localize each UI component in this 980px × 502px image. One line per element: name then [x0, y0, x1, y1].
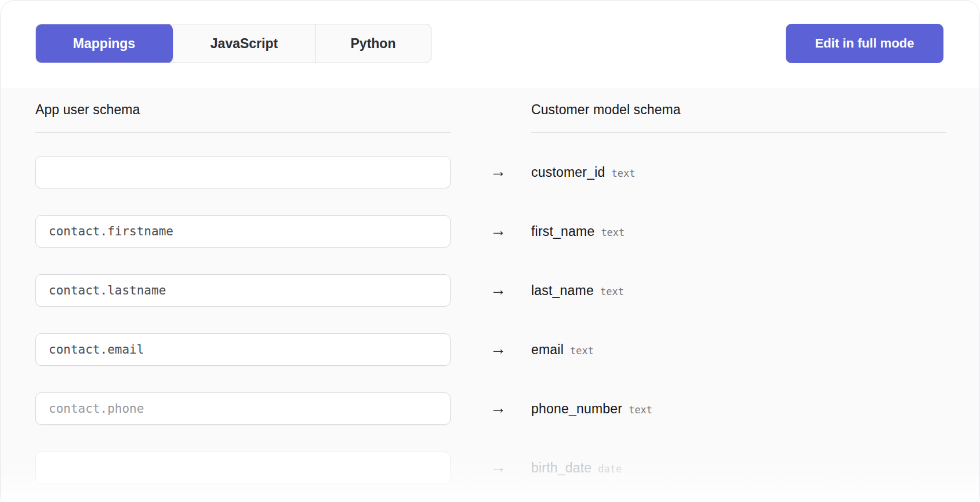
source-field-input[interactable] — [35, 274, 451, 307]
target-schema-title: Customer model schema — [531, 102, 681, 118]
source-field-input[interactable] — [35, 333, 451, 366]
source-field-input[interactable] — [35, 156, 451, 188]
view-tabs: Mappings JavaScript Python — [35, 24, 431, 63]
target-field-name: email — [531, 342, 564, 357]
target-field-type: text — [629, 404, 652, 416]
target-field-name: last_name — [531, 283, 594, 298]
edit-full-mode-button[interactable]: Edit in full mode — [786, 24, 943, 63]
arrow-right-icon: → — [485, 333, 511, 366]
source-field-input[interactable] — [35, 452, 451, 484]
mapping-row-last-name: → last_nametext — [1, 274, 979, 307]
target-field: birth_datedate — [531, 452, 622, 484]
source-field-input[interactable] — [35, 215, 451, 248]
target-field-type: text — [601, 227, 625, 238]
mapping-editor-panel: Mappings JavaScript Python Edit in full … — [0, 0, 980, 502]
target-field-type: date — [598, 463, 622, 475]
top-bar: Mappings JavaScript Python Edit in full … — [1, 1, 979, 88]
tab-mappings[interactable]: Mappings — [35, 24, 173, 63]
target-column-divider — [531, 132, 946, 133]
target-field-name: first_name — [531, 224, 594, 239]
mapping-row-customer-id: → customer_idtext — [1, 156, 979, 188]
arrow-right-icon: → — [485, 274, 511, 307]
source-schema-title: App user schema — [35, 102, 140, 118]
mapping-row-phone-number: → phone_numbertext — [1, 392, 979, 425]
arrow-right-icon: → — [485, 156, 511, 188]
source-field-input[interactable] — [35, 392, 451, 425]
mapping-content: App user schema Customer model schema → … — [1, 88, 979, 502]
target-field: last_nametext — [531, 274, 624, 307]
source-column-divider — [35, 132, 451, 133]
target-field-type: text — [611, 168, 635, 179]
target-field-name: customer_id — [531, 165, 605, 180]
target-field: emailtext — [531, 333, 594, 366]
target-field: customer_idtext — [531, 156, 635, 188]
target-field-name: birth_date — [531, 460, 591, 475]
target-field: phone_numbertext — [531, 392, 652, 425]
mapping-row-first-name: → first_nametext — [1, 215, 979, 248]
tab-javascript[interactable]: JavaScript — [173, 24, 315, 63]
arrow-right-icon: → — [485, 215, 511, 248]
mapping-row-birth-date: → birth_datedate — [1, 452, 979, 484]
arrow-right-icon: → — [485, 452, 511, 484]
mapping-row-email: → emailtext — [1, 333, 979, 366]
arrow-right-icon: → — [485, 392, 511, 425]
tab-python[interactable]: Python — [315, 24, 431, 63]
target-field-name: phone_number — [531, 401, 622, 416]
target-field-type: text — [570, 345, 594, 357]
target-field-type: text — [600, 286, 624, 297]
target-field: first_nametext — [531, 215, 625, 248]
